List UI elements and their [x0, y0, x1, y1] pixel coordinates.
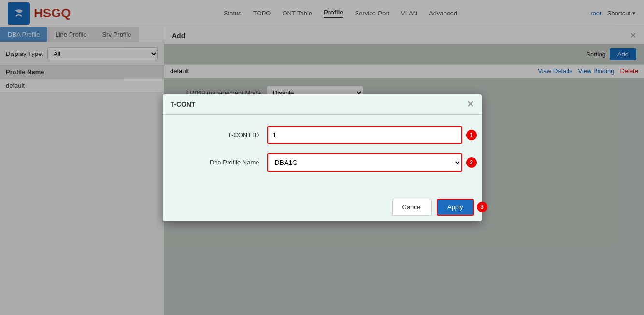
modal-overlay: T-CONT ✕ T-CONT ID 1 Dba Profile Name DB…: [0, 0, 644, 315]
dba-profile-row: Dba Profile Name DBA1G 2: [182, 153, 462, 172]
modal-close-icon[interactable]: ✕: [467, 99, 474, 110]
tcont-modal: T-CONT ✕ T-CONT ID 1 Dba Profile Name DB…: [163, 94, 482, 221]
tcont-id-input[interactable]: [267, 126, 462, 144]
tcont-id-label: T-CONT ID: [182, 131, 259, 138]
modal-footer: Cancel Apply 3: [163, 193, 482, 221]
dba-profile-select[interactable]: DBA1G: [267, 153, 462, 172]
step-2-badge: 2: [466, 157, 477, 168]
tcont-id-row: T-CONT ID 1: [182, 126, 462, 144]
modal-title: T-CONT: [171, 100, 196, 108]
step-3-badge: 3: [477, 202, 487, 212]
modal-body: T-CONT ID 1 Dba Profile Name DBA1G 2: [163, 115, 482, 193]
modal-header: T-CONT ✕: [163, 94, 482, 115]
step-1-badge: 1: [466, 130, 477, 140]
apply-button[interactable]: Apply: [437, 199, 474, 216]
dba-profile-label: Dba Profile Name: [182, 159, 259, 166]
cancel-button[interactable]: Cancel: [392, 199, 432, 216]
